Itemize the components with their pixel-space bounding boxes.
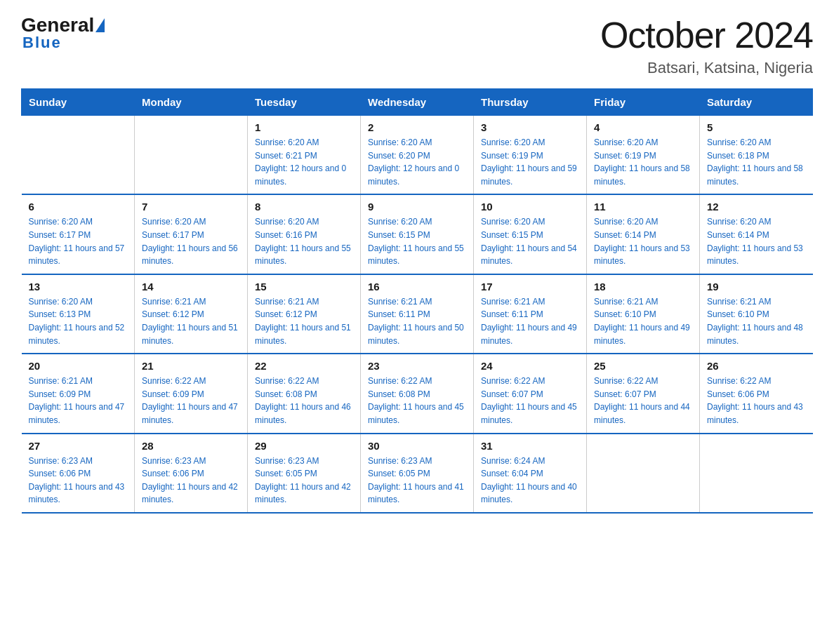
day-number: 10 xyxy=(481,201,579,213)
header: General Blue October 2024 Batsari, Katsi… xyxy=(21,14,813,77)
day-number: 19 xyxy=(707,281,806,293)
week-row-5: 27Sunrise: 6:23 AMSunset: 6:06 PMDayligh… xyxy=(22,434,813,513)
week-row-1: 1Sunrise: 6:20 AMSunset: 6:21 PMDaylight… xyxy=(22,116,813,195)
day-info: Sunrise: 6:20 AMSunset: 6:20 PMDaylight:… xyxy=(368,136,466,188)
day-number: 16 xyxy=(368,281,466,293)
day-number: 3 xyxy=(481,121,579,133)
day-number: 6 xyxy=(29,201,128,213)
day-info: Sunrise: 6:22 AMSunset: 6:09 PMDaylight:… xyxy=(142,375,240,427)
calendar-cell: 30Sunrise: 6:23 AMSunset: 6:05 PMDayligh… xyxy=(361,434,474,513)
weekday-header-row: SundayMondayTuesdayWednesdayThursdayFrid… xyxy=(22,89,813,116)
calendar-cell xyxy=(135,116,248,195)
logo-triangle-icon xyxy=(95,18,105,32)
day-info: Sunrise: 6:20 AMSunset: 6:19 PMDaylight:… xyxy=(594,136,692,188)
day-number: 13 xyxy=(29,281,128,293)
day-number: 4 xyxy=(594,121,692,133)
calendar-cell: 8Sunrise: 6:20 AMSunset: 6:16 PMDaylight… xyxy=(248,194,361,274)
calendar-cell: 13Sunrise: 6:20 AMSunset: 6:13 PMDayligh… xyxy=(22,274,135,354)
day-number: 15 xyxy=(255,281,353,293)
day-number: 27 xyxy=(29,440,128,452)
day-number: 28 xyxy=(142,440,240,452)
day-info: Sunrise: 6:21 AMSunset: 6:11 PMDaylight:… xyxy=(368,295,466,347)
title-area: October 2024 Batsari, Katsina, Nigeria xyxy=(600,14,813,77)
day-number: 5 xyxy=(707,121,806,133)
day-number: 26 xyxy=(707,360,806,372)
weekday-header-monday: Monday xyxy=(135,89,248,116)
calendar-cell xyxy=(587,434,700,513)
calendar-cell: 21Sunrise: 6:22 AMSunset: 6:09 PMDayligh… xyxy=(135,354,248,433)
calendar-table: SundayMondayTuesdayWednesdayThursdayFrid… xyxy=(21,88,813,514)
day-number: 29 xyxy=(255,440,353,452)
week-row-2: 6Sunrise: 6:20 AMSunset: 6:17 PMDaylight… xyxy=(22,194,813,274)
day-info: Sunrise: 6:23 AMSunset: 6:06 PMDaylight:… xyxy=(29,455,128,507)
day-info: Sunrise: 6:20 AMSunset: 6:19 PMDaylight:… xyxy=(481,136,579,188)
calendar-cell: 2Sunrise: 6:20 AMSunset: 6:20 PMDaylight… xyxy=(361,116,474,195)
day-info: Sunrise: 6:20 AMSunset: 6:17 PMDaylight:… xyxy=(142,215,240,267)
calendar-header: SundayMondayTuesdayWednesdayThursdayFrid… xyxy=(22,89,813,116)
day-number: 8 xyxy=(255,201,353,213)
day-info: Sunrise: 6:20 AMSunset: 6:14 PMDaylight:… xyxy=(707,215,806,267)
calendar-body: 1Sunrise: 6:20 AMSunset: 6:21 PMDaylight… xyxy=(22,116,813,513)
day-info: Sunrise: 6:20 AMSunset: 6:15 PMDaylight:… xyxy=(481,215,579,267)
day-number: 25 xyxy=(594,360,692,372)
day-info: Sunrise: 6:20 AMSunset: 6:16 PMDaylight:… xyxy=(255,215,353,267)
weekday-header-sunday: Sunday xyxy=(22,89,135,116)
calendar-cell: 12Sunrise: 6:20 AMSunset: 6:14 PMDayligh… xyxy=(700,194,813,274)
week-row-4: 20Sunrise: 6:21 AMSunset: 6:09 PMDayligh… xyxy=(22,354,813,433)
day-number: 12 xyxy=(707,201,806,213)
calendar-cell: 14Sunrise: 6:21 AMSunset: 6:12 PMDayligh… xyxy=(135,274,248,354)
weekday-header-friday: Friday xyxy=(587,89,700,116)
calendar-cell: 29Sunrise: 6:23 AMSunset: 6:05 PMDayligh… xyxy=(248,434,361,513)
calendar-cell: 5Sunrise: 6:20 AMSunset: 6:18 PMDaylight… xyxy=(700,116,813,195)
calendar-cell: 25Sunrise: 6:22 AMSunset: 6:07 PMDayligh… xyxy=(587,354,700,433)
calendar-cell: 19Sunrise: 6:21 AMSunset: 6:10 PMDayligh… xyxy=(700,274,813,354)
day-number: 21 xyxy=(142,360,240,372)
title-month: October 2024 xyxy=(600,14,813,56)
day-number: 17 xyxy=(481,281,579,293)
calendar-cell xyxy=(22,116,135,195)
day-number: 9 xyxy=(368,201,466,213)
day-info: Sunrise: 6:20 AMSunset: 6:18 PMDaylight:… xyxy=(707,136,806,188)
day-info: Sunrise: 6:20 AMSunset: 6:21 PMDaylight:… xyxy=(255,136,353,188)
week-row-3: 13Sunrise: 6:20 AMSunset: 6:13 PMDayligh… xyxy=(22,274,813,354)
day-info: Sunrise: 6:22 AMSunset: 6:07 PMDaylight:… xyxy=(594,375,692,427)
day-info: Sunrise: 6:23 AMSunset: 6:06 PMDaylight:… xyxy=(142,455,240,507)
weekday-header-tuesday: Tuesday xyxy=(248,89,361,116)
day-info: Sunrise: 6:21 AMSunset: 6:10 PMDaylight:… xyxy=(707,295,806,347)
day-number: 24 xyxy=(481,360,579,372)
day-number: 31 xyxy=(481,440,579,452)
day-info: Sunrise: 6:20 AMSunset: 6:13 PMDaylight:… xyxy=(29,295,128,347)
logo-blue-line: Blue xyxy=(22,34,62,52)
day-info: Sunrise: 6:21 AMSunset: 6:12 PMDaylight:… xyxy=(142,295,240,347)
calendar-cell: 20Sunrise: 6:21 AMSunset: 6:09 PMDayligh… xyxy=(22,354,135,433)
day-info: Sunrise: 6:23 AMSunset: 6:05 PMDaylight:… xyxy=(368,455,466,507)
day-info: Sunrise: 6:24 AMSunset: 6:04 PMDaylight:… xyxy=(481,455,579,507)
day-info: Sunrise: 6:22 AMSunset: 6:07 PMDaylight:… xyxy=(481,375,579,427)
day-number: 2 xyxy=(368,121,466,133)
calendar-cell: 23Sunrise: 6:22 AMSunset: 6:08 PMDayligh… xyxy=(361,354,474,433)
logo-blue-text: Blue xyxy=(22,34,62,51)
day-number: 20 xyxy=(29,360,128,372)
day-info: Sunrise: 6:20 AMSunset: 6:14 PMDaylight:… xyxy=(594,215,692,267)
calendar-cell: 18Sunrise: 6:21 AMSunset: 6:10 PMDayligh… xyxy=(587,274,700,354)
day-number: 7 xyxy=(142,201,240,213)
calendar-cell: 17Sunrise: 6:21 AMSunset: 6:11 PMDayligh… xyxy=(474,274,587,354)
calendar-cell: 24Sunrise: 6:22 AMSunset: 6:07 PMDayligh… xyxy=(474,354,587,433)
weekday-header-wednesday: Wednesday xyxy=(361,89,474,116)
day-number: 30 xyxy=(368,440,466,452)
calendar-cell: 7Sunrise: 6:20 AMSunset: 6:17 PMDaylight… xyxy=(135,194,248,274)
day-info: Sunrise: 6:22 AMSunset: 6:06 PMDaylight:… xyxy=(707,375,806,427)
day-info: Sunrise: 6:23 AMSunset: 6:05 PMDaylight:… xyxy=(255,455,353,507)
day-info: Sunrise: 6:21 AMSunset: 6:11 PMDaylight:… xyxy=(481,295,579,347)
calendar-cell: 10Sunrise: 6:20 AMSunset: 6:15 PMDayligh… xyxy=(474,194,587,274)
day-number: 1 xyxy=(255,121,353,133)
calendar-cell: 4Sunrise: 6:20 AMSunset: 6:19 PMDaylight… xyxy=(587,116,700,195)
calendar-cell: 16Sunrise: 6:21 AMSunset: 6:11 PMDayligh… xyxy=(361,274,474,354)
day-number: 11 xyxy=(594,201,692,213)
calendar-cell: 26Sunrise: 6:22 AMSunset: 6:06 PMDayligh… xyxy=(700,354,813,433)
day-number: 23 xyxy=(368,360,466,372)
day-info: Sunrise: 6:21 AMSunset: 6:09 PMDaylight:… xyxy=(29,375,128,427)
day-number: 22 xyxy=(255,360,353,372)
day-number: 18 xyxy=(594,281,692,293)
calendar-cell: 3Sunrise: 6:20 AMSunset: 6:19 PMDaylight… xyxy=(474,116,587,195)
